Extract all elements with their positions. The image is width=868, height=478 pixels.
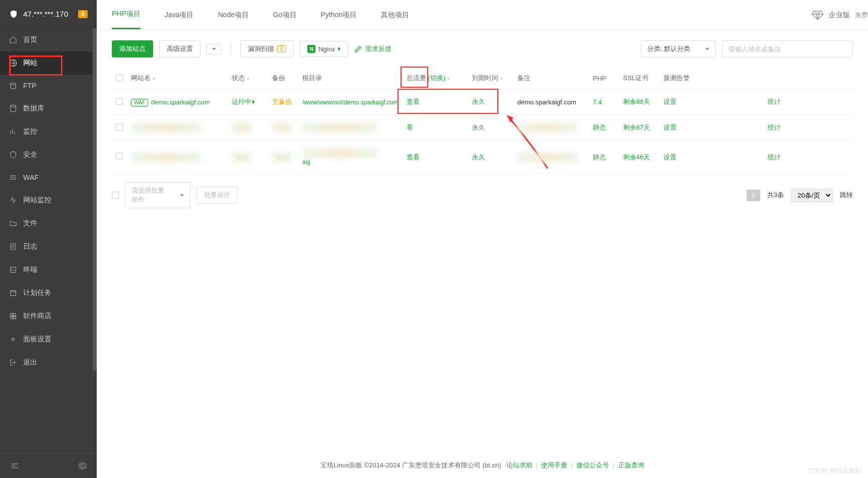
sidebar-item-chart[interactable]: 监控 bbox=[0, 120, 97, 143]
chevron-down-icon bbox=[705, 48, 709, 50]
setting-link[interactable]: 设置 bbox=[663, 98, 677, 105]
sidebar-item-label: 面板设置 bbox=[23, 335, 51, 344]
sidebar-item-waf[interactable]: WAF bbox=[0, 166, 97, 189]
row-checkbox[interactable] bbox=[116, 98, 123, 105]
feedback-link[interactable]: 需求反馈 bbox=[354, 44, 391, 53]
sidebar-header: 47.***.***.170 0 bbox=[0, 0, 97, 28]
page-current[interactable]: 1 bbox=[747, 190, 760, 201]
sidebar-item-apps[interactable]: 软件商店 bbox=[0, 305, 97, 328]
category-select[interactable]: 分类: 默认分类 bbox=[641, 40, 716, 57]
sidebar-item-label: 软件商店 bbox=[23, 312, 51, 321]
php-link[interactable]: 7.4 bbox=[593, 98, 602, 106]
vuln-scan-button[interactable]: 漏洞扫描 0 bbox=[240, 40, 294, 57]
tab-0[interactable]: PHP项目 bbox=[112, 1, 141, 29]
sidebar-item-calendar[interactable]: 计划任务 bbox=[0, 281, 97, 305]
footer-link[interactable]: 微信公众号 bbox=[576, 461, 609, 469]
col-traffic[interactable]: 总流量 bbox=[407, 74, 426, 82]
setting-link[interactable]: 设置 bbox=[663, 124, 677, 131]
sidebar-scrollbar[interactable] bbox=[93, 28, 97, 371]
sidebar-item-pulse[interactable]: 网站监控 bbox=[0, 189, 97, 212]
expire-link[interactable]: 永久 bbox=[472, 124, 485, 131]
batch-select[interactable]: 请选择批量操作 bbox=[125, 182, 190, 208]
page-jump[interactable]: 跳转 bbox=[840, 191, 853, 200]
sidebar-item-shield[interactable]: 安全 bbox=[0, 143, 97, 166]
col-remark[interactable]: 备注 bbox=[517, 74, 530, 82]
edit-icon bbox=[354, 45, 362, 53]
select-all-checkbox[interactable] bbox=[116, 74, 123, 81]
watermark: CSDN @白云如幻 bbox=[809, 466, 862, 475]
play-icon bbox=[252, 100, 255, 104]
nginx-label: Nginx bbox=[318, 45, 335, 53]
col-backup[interactable]: 备份 bbox=[272, 74, 285, 82]
col-ssl[interactable]: SSL证书 bbox=[623, 74, 649, 82]
sidebar-item-folder[interactable]: 文件 bbox=[0, 212, 97, 235]
expire-link[interactable]: 永久 bbox=[472, 98, 485, 105]
traffic-link[interactable]: 查看 bbox=[407, 98, 420, 105]
sidebar-item-gear[interactable]: 面板设置 bbox=[0, 328, 97, 351]
blurred-content bbox=[232, 153, 252, 162]
tab-4[interactable]: Python项目 bbox=[321, 2, 357, 29]
tab-5[interactable]: 其他项目 bbox=[381, 2, 409, 29]
ssl-link[interactable]: 剩余46天 bbox=[623, 153, 650, 161]
stat-link[interactable]: 统计 bbox=[768, 98, 781, 105]
ssl-link[interactable]: 剩余88天 bbox=[623, 98, 650, 105]
tab-1[interactable]: Java项目 bbox=[165, 2, 194, 29]
sidebar-footer bbox=[0, 453, 97, 478]
status-running[interactable]: 运行中 bbox=[232, 97, 255, 106]
backup-link[interactable]: 无备份 bbox=[272, 98, 292, 105]
row-checkbox[interactable] bbox=[116, 124, 123, 131]
php-link[interactable]: 静态 bbox=[593, 124, 606, 131]
expire-link[interactable]: 永久 bbox=[472, 153, 485, 161]
search-input[interactable] bbox=[722, 40, 853, 57]
version-label[interactable]: 企业版 bbox=[829, 11, 850, 20]
sidebar-item-label: 监控 bbox=[23, 127, 37, 136]
col-root[interactable]: 根目录 bbox=[302, 74, 322, 82]
col-site[interactable]: 网站名 bbox=[131, 74, 151, 82]
select-all-footer[interactable] bbox=[112, 192, 119, 199]
sidebar-item-globe[interactable]: 网站 bbox=[0, 51, 97, 75]
traffic-link[interactable]: 查看 bbox=[407, 153, 420, 161]
root-link[interactable]: /www/wwwroot/demo.sparkaigf.com bbox=[302, 99, 398, 106]
php-link[interactable]: 静态 bbox=[593, 153, 606, 161]
gear-icon[interactable] bbox=[78, 461, 87, 470]
traffic-switch[interactable]: (切换) bbox=[428, 74, 445, 82]
setting-link[interactable]: 设置 bbox=[663, 153, 677, 161]
add-site-button[interactable]: 添加站点 bbox=[112, 40, 153, 57]
sidebar-item-disk[interactable]: FTP bbox=[0, 75, 97, 97]
footer-link[interactable]: 论坛求助 bbox=[506, 461, 532, 469]
col-php[interactable]: PHP bbox=[593, 75, 607, 82]
sidebar-item-terminal[interactable]: 终端 bbox=[0, 258, 97, 281]
col-expire[interactable]: 到期时间 bbox=[472, 74, 498, 82]
col-alert[interactable]: 拨测告警 bbox=[663, 74, 690, 82]
sidebar-item-home[interactable]: 首页 bbox=[0, 28, 97, 51]
site-link[interactable]: demo.sparkaigf.com bbox=[151, 98, 210, 106]
nginx-button[interactable]: N Nginx bbox=[300, 41, 348, 57]
log-icon bbox=[9, 243, 17, 251]
collapse-icon[interactable] bbox=[10, 461, 19, 470]
footer-link[interactable]: 正版查询 bbox=[618, 461, 644, 469]
advanced-settings-button[interactable]: 高级设置 bbox=[159, 40, 201, 57]
sidebar-item-label: 文件 bbox=[23, 219, 37, 228]
stat-link[interactable]: 统计 bbox=[768, 124, 781, 131]
traffic-link[interactable]: 看 bbox=[407, 124, 413, 131]
col-status[interactable]: 状态 bbox=[232, 74, 245, 82]
sidebar-item-db[interactable]: 数据库 bbox=[0, 97, 97, 120]
stat-link[interactable]: 统计 bbox=[768, 153, 781, 161]
page-size-select[interactable]: 20条/页 bbox=[791, 189, 833, 202]
batch-exec-button[interactable]: 批量操作 bbox=[196, 187, 238, 204]
sidebar-item-log[interactable]: 日志 bbox=[0, 235, 97, 258]
db-icon bbox=[9, 104, 17, 112]
site-table: 网站名▾ 状态▾ 备份 根目录 总流量 (切换)▾ 到期时间▾ 备注 PHP S… bbox=[97, 68, 868, 174]
row-checkbox[interactable] bbox=[116, 153, 123, 160]
tab-3[interactable]: Go项目 bbox=[273, 2, 297, 29]
alert-badge[interactable]: 0 bbox=[78, 10, 88, 18]
sidebar-item-exit[interactable]: 退出 bbox=[0, 351, 97, 374]
version-info: 企业版 免费 bbox=[812, 10, 868, 20]
ssl-link[interactable]: 剩余87天 bbox=[623, 124, 650, 131]
tab-2[interactable]: Node项目 bbox=[218, 2, 248, 29]
version-free: 免费 bbox=[855, 11, 868, 20]
vuln-count-badge: 0 bbox=[277, 45, 286, 52]
advanced-dropdown[interactable] bbox=[207, 44, 222, 54]
footer-link[interactable]: 使用手册 bbox=[541, 461, 567, 469]
shield-icon bbox=[9, 10, 18, 19]
